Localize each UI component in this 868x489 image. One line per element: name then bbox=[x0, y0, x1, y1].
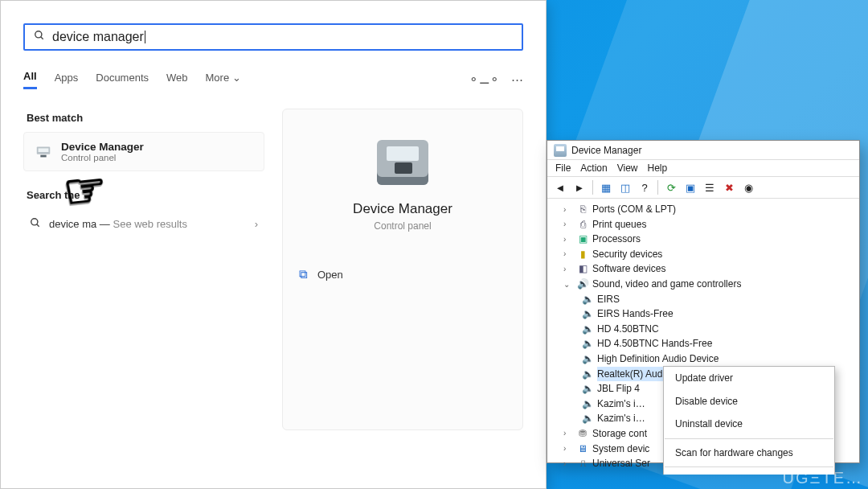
expand-icon[interactable]: › bbox=[563, 203, 573, 216]
cpu-icon: ▣ bbox=[576, 233, 589, 244]
svg-point-0 bbox=[35, 31, 42, 38]
speaker-icon: 🔈 bbox=[581, 323, 594, 335]
scan-icon[interactable]: ⟳ bbox=[663, 179, 679, 195]
svg-rect-4 bbox=[40, 154, 46, 157]
expand-icon[interactable]: › bbox=[563, 218, 573, 231]
collapse-icon[interactable]: ⌄ bbox=[563, 278, 573, 291]
result-title: Device Manager bbox=[61, 141, 144, 153]
window-titlebar[interactable]: Device Manager bbox=[547, 141, 859, 160]
forward-icon[interactable]: ► bbox=[571, 179, 588, 195]
search-the-web-label: Search the bbox=[27, 189, 264, 201]
chevron-down-icon: ⌄ bbox=[232, 72, 241, 84]
ctx-separator bbox=[665, 438, 833, 439]
help-icon[interactable]: ? bbox=[637, 179, 653, 195]
tree-category[interactable]: ›▣Processors bbox=[552, 232, 858, 247]
properties-icon[interactable]: ◫ bbox=[617, 179, 633, 195]
search-query-text: device manager bbox=[52, 30, 144, 44]
expand-icon[interactable]: › bbox=[563, 442, 573, 455]
menu-action[interactable]: Action bbox=[580, 162, 607, 174]
ctx-separator bbox=[665, 466, 833, 467]
start-search-panel: device manager All Apps Documents Web Mo… bbox=[0, 0, 547, 489]
storage-icon: ⛃ bbox=[576, 428, 589, 439]
ctx-update-driver[interactable]: Update driver bbox=[664, 367, 834, 390]
tab-web[interactable]: Web bbox=[166, 72, 188, 88]
menu-bar: File Action View Help bbox=[547, 160, 859, 177]
speaker-icon: 🔈 bbox=[581, 339, 594, 350]
sound-icon: 🔊 bbox=[576, 278, 589, 290]
toolbar: ◄ ► ▦ ◫ ? ⟳ ▣ ☰ ✖ ◉ bbox=[547, 177, 859, 199]
svg-line-6 bbox=[37, 224, 39, 227]
window-title: Device Manager bbox=[571, 145, 641, 156]
back-icon[interactable]: ◄ bbox=[552, 179, 568, 195]
device-manager-window: Device Manager File Action View Help ◄ ►… bbox=[547, 140, 860, 463]
printer-icon: ⎙ bbox=[576, 219, 589, 230]
expand-icon[interactable]: › bbox=[563, 263, 573, 276]
tree-category[interactable]: ›⎙Print queues bbox=[552, 217, 858, 232]
speaker-icon: 🔈 bbox=[581, 398, 594, 409]
ctx-properties[interactable]: Properties bbox=[664, 470, 834, 474]
best-match-label: Best match bbox=[27, 112, 264, 124]
tree-device[interactable]: 🔈EIRS bbox=[552, 292, 858, 307]
expand-icon[interactable]: › bbox=[563, 458, 573, 471]
tab-apps[interactable]: Apps bbox=[55, 72, 79, 88]
tab-documents[interactable]: Documents bbox=[96, 72, 149, 88]
security-icon: ▮ bbox=[576, 249, 589, 260]
preview-subtitle: Control panel bbox=[374, 220, 431, 232]
show-hidden-icon[interactable]: ▦ bbox=[598, 179, 614, 195]
open-action[interactable]: ⧉ Open bbox=[299, 267, 343, 281]
menu-view[interactable]: View bbox=[617, 162, 638, 174]
expand-icon[interactable]: › bbox=[563, 248, 573, 261]
speaker-icon: 🔈 bbox=[581, 294, 594, 305]
best-match-result[interactable]: Device Manager Control panel bbox=[23, 132, 264, 171]
svg-line-1 bbox=[41, 37, 43, 39]
speaker-icon: 🔈 bbox=[581, 413, 594, 425]
usb-icon: ⎍ bbox=[576, 458, 589, 469]
open-icon: ⧉ bbox=[299, 267, 308, 281]
context-menu: Update driver Disable device Uninstall d… bbox=[663, 366, 835, 475]
svg-point-5 bbox=[31, 219, 38, 225]
system-icon: 🖥 bbox=[576, 443, 589, 454]
speaker-icon: 🔈 bbox=[581, 383, 594, 394]
uninstall-icon[interactable]: ✖ bbox=[721, 179, 737, 195]
software-icon: ◧ bbox=[576, 264, 589, 275]
expand-icon[interactable]: › bbox=[563, 233, 573, 246]
speaker-icon: 🔈 bbox=[581, 353, 594, 364]
ctx-uninstall-device[interactable]: Uninstall device bbox=[664, 413, 834, 436]
svg-rect-3 bbox=[39, 148, 49, 152]
speaker-icon: 🔈 bbox=[581, 368, 594, 380]
device-manager-icon bbox=[34, 142, 53, 162]
speaker-icon: 🔈 bbox=[581, 308, 594, 319]
tree-device[interactable]: 🔈HD 4.50BTNC bbox=[552, 322, 858, 337]
more-icon[interactable]: ⋯ bbox=[511, 72, 523, 87]
tree-category[interactable]: ›◧Software devices bbox=[552, 261, 858, 277]
tab-all[interactable]: All bbox=[23, 70, 37, 89]
tab-more[interactable]: More ⌄ bbox=[206, 72, 241, 88]
result-subtitle: Control panel bbox=[61, 153, 144, 162]
search-icon bbox=[33, 30, 46, 44]
ctx-disable-device[interactable]: Disable device bbox=[664, 390, 834, 413]
tree-device[interactable]: 🔈EIRS Hands-Free bbox=[552, 306, 858, 322]
device-manager-icon bbox=[554, 144, 567, 157]
ports-icon: ⎘ bbox=[576, 203, 589, 215]
tree-category-expanded[interactable]: ⌄🔊Sound, video and game controllers bbox=[552, 277, 858, 292]
tree-category[interactable]: ›⎘Ports (COM & LPT) bbox=[552, 202, 858, 217]
search-tabs: All Apps Documents Web More ⌄ ⚬⚊⚬ ⋯ bbox=[23, 70, 523, 89]
search-box[interactable]: device manager bbox=[23, 23, 523, 51]
list-icon[interactable]: ☰ bbox=[702, 179, 718, 195]
expand-icon[interactable]: › bbox=[563, 427, 573, 440]
device-manager-large-icon bbox=[377, 140, 428, 185]
share-icon[interactable]: ⚬⚊⚬ bbox=[469, 72, 500, 87]
device-tree[interactable]: ›⎘Ports (COM & LPT) ›⎙Print queues ›▣Pro… bbox=[547, 199, 859, 475]
ctx-scan-hardware[interactable]: Scan for hardware changes bbox=[664, 442, 834, 465]
result-preview-pane: Device Manager Control panel ⧉ Open bbox=[282, 109, 523, 430]
search-icon bbox=[30, 217, 41, 231]
web-result-row[interactable]: device ma — See web results › bbox=[23, 212, 264, 236]
device-icon[interactable]: ◉ bbox=[740, 179, 756, 195]
tree-device[interactable]: 🔈High Definition Audio Device bbox=[552, 351, 858, 367]
tree-category[interactable]: ›▮Security devices bbox=[552, 247, 858, 262]
update-driver-icon[interactable]: ▣ bbox=[682, 179, 698, 195]
menu-help[interactable]: Help bbox=[648, 162, 668, 174]
preview-title: Device Manager bbox=[353, 201, 452, 217]
tree-device[interactable]: 🔈HD 4.50BTNC Hands-Free bbox=[552, 336, 858, 351]
menu-file[interactable]: File bbox=[555, 162, 571, 174]
